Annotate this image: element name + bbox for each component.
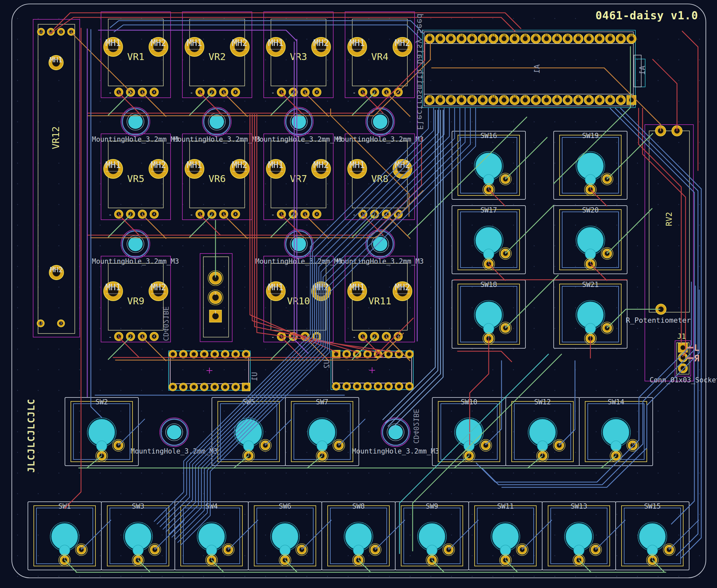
pin-number: 5 — [588, 95, 590, 98]
switch-pin-hole — [59, 545, 70, 555]
mh-pad-label: MH2 — [314, 38, 329, 48]
mh-fine-print — [395, 49, 410, 50]
pad-drill-hole — [544, 98, 549, 102]
vr-designator: VR9 — [127, 295, 144, 307]
pad-drill-hole — [566, 36, 570, 41]
pad-drill-hole — [182, 385, 185, 389]
mh-fine-print — [106, 293, 120, 294]
switch-pin-hole — [483, 249, 494, 259]
vr-footprint-VR11[interactable]: MH1MH2VR11-1234 — [345, 256, 415, 342]
copper-trace — [449, 520, 478, 550]
mh-pad-label: MH2 — [314, 160, 329, 170]
mh-pad-label: MH1 — [187, 160, 203, 170]
pad-number: 4 — [153, 213, 155, 216]
pad-drill-hole — [618, 98, 623, 102]
pad-number: 4 — [235, 91, 236, 94]
pin-number: 30 — [524, 34, 527, 37]
switch-designator: SW14 — [608, 398, 625, 406]
vr-footprint-VR12[interactable]: L1L212MH1MH2L33 — [33, 19, 80, 337]
pad-drill-hole — [224, 352, 227, 356]
switch-designator: SW11 — [497, 502, 514, 510]
vr-footprint-VR9[interactable]: MH1MH2VR9-1234 — [101, 256, 171, 342]
pin-number: 18 — [449, 95, 452, 98]
vr-designator: VR1 — [127, 51, 144, 62]
pad-number: 1 — [101, 453, 103, 456]
copper-trace — [257, 114, 399, 353]
pin-number: 31 — [534, 34, 537, 37]
mh-fine-print — [187, 49, 202, 50]
vr-footprint-VR6[interactable]: MH1MH2VR6-1234 — [182, 134, 252, 220]
mh-fine-print — [233, 171, 247, 172]
switch-designator: SW6 — [279, 502, 291, 510]
anchor-cross — [369, 367, 375, 373]
vr-footprint-VR5[interactable]: MH1MH2VR5-1234 — [101, 134, 171, 220]
dip-socket-U2[interactable] — [331, 350, 413, 390]
pad-drill-hole — [192, 352, 196, 356]
pad-drill-hole — [597, 98, 602, 102]
copper-trace — [505, 275, 558, 328]
pin-number: 16 — [470, 95, 474, 98]
pad-number: 1 — [652, 557, 653, 560]
pad-number: 2 — [214, 292, 217, 296]
dip-socket-U1[interactable] — [169, 350, 250, 391]
pad-drill-hole — [387, 352, 391, 356]
mounting-hole[interactable]: MountingHole_3.2mm_M3 — [130, 418, 218, 455]
mh-fine-print — [106, 49, 120, 50]
pin-number: 19 — [439, 95, 442, 98]
switch-pin-hole — [464, 441, 474, 451]
switch-pin-hole — [585, 323, 596, 334]
mounting-hole[interactable]: MountingHole_3.2mm_M3 — [92, 107, 179, 143]
pad-drill-hole — [449, 36, 453, 41]
fab-outline — [38, 24, 75, 334]
mounting-hole[interactable]: MountingHole_3.2mm_M3 — [352, 418, 439, 455]
switch-pin-hole — [483, 174, 494, 185]
switch-pin-hole — [280, 545, 290, 555]
mh-pad-label: MH1 — [106, 282, 121, 292]
switch-pin-hole — [427, 545, 437, 555]
switch-pin-hole — [483, 323, 494, 334]
vr-footprint-VR7[interactable]: MH1MH2VR7-1234 — [264, 134, 333, 220]
mh-pad-label: MH1 — [106, 38, 121, 48]
pad-drill-hole — [213, 385, 217, 389]
switch-designator: SW16 — [481, 132, 497, 140]
vr-designator: VR5 — [127, 173, 144, 184]
mounting-hole[interactable]: MountingHole_3.2mm_M3 — [337, 107, 424, 143]
switch-designator: SW17 — [481, 206, 497, 214]
mh-pad-label: MH1 — [268, 38, 284, 48]
switch-pin-hole — [647, 545, 658, 555]
pin-number: 12 — [513, 95, 516, 98]
pad-drill-hole — [438, 98, 442, 102]
pad-drill-hole — [449, 98, 453, 102]
polarity-dash: - — [109, 89, 112, 96]
vr-designator: VR6 — [209, 173, 226, 184]
j1-pin-label-right: Я — [694, 354, 699, 363]
mh-pad-label: MH2 — [395, 282, 410, 292]
mounting-hole[interactable]: MountingHole_3.2mm_M3 — [173, 107, 260, 143]
pad-drill-hole — [224, 385, 227, 389]
pin-number: 32 — [545, 34, 548, 37]
switch-pin-hole — [97, 441, 107, 451]
pad-number: 2 — [632, 442, 634, 445]
u2-designator: U2 — [323, 359, 331, 369]
copper-traces — [50, 13, 701, 572]
pin-number: 24 — [460, 34, 463, 37]
mounting-hole[interactable]: MountingHole_3.2mm_M3 — [255, 107, 342, 143]
pad-drill-hole — [481, 36, 485, 41]
trim-connector-3pin[interactable]: 321 — [200, 253, 232, 342]
copper-trace — [620, 108, 701, 558]
polarity-dash: - — [353, 89, 356, 96]
pad-number: 1 — [505, 557, 506, 560]
mh-pad-label: MH1 — [268, 160, 284, 170]
cd4021be-value-u2: CD4021BE — [412, 409, 420, 444]
copper-trace — [682, 31, 698, 170]
mh-fine-print — [350, 49, 364, 50]
copper-trace — [65, 28, 81, 508]
pad-drill-hole — [491, 98, 495, 102]
pad-number: 1 — [578, 557, 580, 560]
copper-trace — [252, 114, 358, 353]
pin-number: 26 — [481, 34, 484, 37]
pad-drill-hole — [576, 36, 581, 41]
header-designator-a1-right: A1 — [639, 66, 646, 75]
pad-number: 1 — [590, 261, 591, 264]
mh-fine-print — [151, 293, 166, 294]
